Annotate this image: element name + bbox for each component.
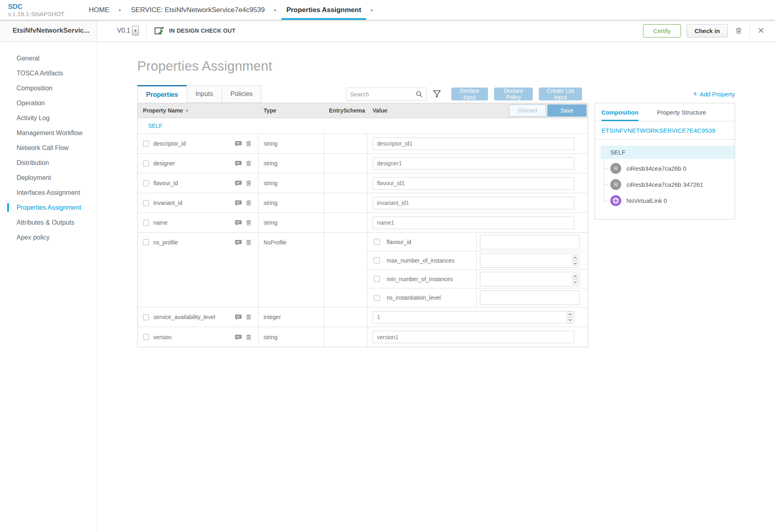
spinner-up-icon[interactable]: [567, 312, 573, 317]
row-checkbox[interactable]: [143, 141, 149, 147]
search-icon[interactable]: [416, 91, 423, 98]
version-dropdown-button[interactable]: ▾: [132, 26, 139, 35]
tab-inputs[interactable]: Inputs: [187, 85, 222, 103]
discard-button[interactable]: Discard: [509, 104, 546, 117]
sidebar-item-distribution[interactable]: Distribution: [0, 155, 97, 170]
property-name[interactable]: name: [153, 219, 168, 226]
filter-icon[interactable]: [433, 90, 441, 98]
row-checkbox[interactable]: [143, 334, 149, 340]
sub-row-checkbox[interactable]: [374, 257, 380, 263]
sidebar-item-network-call-flow[interactable]: Network Call Flow: [0, 140, 97, 155]
delete-icon[interactable]: [735, 27, 742, 34]
sidebar-item-interfaces-assignment[interactable]: Interfaces Assignment: [0, 185, 97, 200]
service-instance-link[interactable]: ETSINFVNETWORKSERVICE7E4C9539: [601, 127, 715, 134]
column-header-type[interactable]: Type: [259, 103, 324, 118]
row-checkbox[interactable]: [143, 161, 149, 167]
sidebar-item-deployment[interactable]: Deployment: [0, 170, 97, 185]
tree-item-self[interactable]: SELF: [601, 146, 735, 159]
delete-property-icon[interactable]: [245, 180, 252, 186]
sidebar-item-tosca-artifacts[interactable]: TOSCA Artifacts: [0, 66, 97, 81]
row-checkbox[interactable]: [143, 314, 149, 320]
property-name[interactable]: invariant_id: [153, 200, 182, 206]
spinner-up-icon[interactable]: [572, 255, 578, 260]
tab-properties[interactable]: Properties: [137, 85, 187, 103]
row-checkbox[interactable]: [143, 220, 149, 226]
sub-row-checkbox[interactable]: [374, 295, 380, 301]
annotation-icon[interactable]: [235, 219, 242, 226]
sidebar-item-general[interactable]: General: [0, 51, 97, 66]
tree-item-virtual-link[interactable]: NsVirtualLink 0: [595, 194, 735, 207]
declare-input-button[interactable]: Declare Input: [451, 88, 488, 100]
spinner-up-icon[interactable]: [572, 273, 578, 279]
sub-property-row: ns_instantiation_level: [367, 288, 588, 307]
search-input[interactable]: [350, 91, 416, 98]
spinner-down-icon[interactable]: [572, 279, 578, 284]
property-name[interactable]: ns_profile: [153, 239, 178, 246]
annotation-icon[interactable]: [235, 239, 242, 246]
column-header-label: Property Name: [143, 107, 183, 114]
property-name[interactable]: version: [153, 334, 172, 340]
table-row-complex: ns_profile NsProfile: [138, 233, 588, 307]
tab-property-structure[interactable]: Property Structure: [657, 103, 706, 121]
row-checkbox[interactable]: [143, 239, 149, 245]
annotation-icon[interactable]: [235, 314, 242, 320]
sub-property-value-input[interactable]: [480, 235, 580, 249]
tab-policies[interactable]: Policies: [222, 85, 262, 103]
property-name[interactable]: descriptor_id: [153, 140, 186, 147]
sub-property-value-input[interactable]: [480, 272, 580, 286]
save-button[interactable]: Save: [547, 104, 586, 117]
declare-policy-button[interactable]: Declare Policy: [494, 88, 533, 100]
spinner-down-icon[interactable]: [567, 317, 573, 323]
sidebar-item-properties-assignment[interactable]: Properties Assignment: [0, 200, 97, 215]
add-property-button[interactable]: + Add Property: [595, 85, 735, 103]
certify-button[interactable]: Certify: [643, 24, 681, 38]
tab-composition[interactable]: Composition: [601, 103, 639, 121]
spinner-down-icon[interactable]: [572, 261, 578, 266]
property-value-input[interactable]: [373, 177, 574, 190]
sub-property-value-input[interactable]: [480, 290, 580, 305]
sub-row-checkbox[interactable]: [374, 276, 380, 282]
sidebar-item-composition[interactable]: Composition: [0, 81, 97, 96]
delete-property-icon[interactable]: [245, 334, 252, 340]
property-value-input[interactable]: [373, 157, 574, 170]
sidebar-item-attributes-outputs[interactable]: Attributes & Outputs: [0, 215, 97, 230]
sidebar-item-apex-policy[interactable]: Apex policy: [0, 230, 97, 245]
delete-property-icon[interactable]: [245, 200, 252, 206]
property-value-input[interactable]: [373, 197, 574, 209]
column-header-property-name[interactable]: Property Name ▾: [138, 103, 259, 118]
annotation-icon[interactable]: [235, 334, 242, 340]
property-value-input[interactable]: [373, 311, 574, 323]
property-value-input[interactable]: [373, 138, 574, 150]
annotation-icon[interactable]: [235, 180, 242, 186]
delete-property-icon[interactable]: [245, 239, 252, 246]
annotation-icon[interactable]: [235, 200, 242, 206]
close-icon[interactable]: ✕: [757, 26, 765, 35]
property-value-input[interactable]: [373, 331, 574, 343]
row-checkbox[interactable]: [143, 180, 149, 186]
create-list-input-button[interactable]: Create List Input: [539, 88, 582, 100]
delete-property-icon[interactable]: [245, 219, 252, 226]
row-checkbox[interactable]: [143, 200, 149, 206]
breadcrumb-service[interactable]: SERVICE: EtsiNfvNetworkService7e4c9539: [126, 0, 270, 20]
sidebar-item-management-workflow[interactable]: Management Workflow: [0, 125, 97, 140]
delete-property-icon[interactable]: [245, 160, 252, 167]
sub-row-checkbox[interactable]: [374, 239, 380, 245]
sidebar-item-activity-log[interactable]: Activity Log: [0, 111, 97, 125]
breadcrumb-properties-assignment[interactable]: Properties Assignment: [281, 0, 366, 20]
property-name[interactable]: flavour_id: [153, 180, 178, 186]
tree-item-resource[interactable]: R ciResb34cea7ca26b 0: [595, 162, 735, 175]
property-name[interactable]: designer: [153, 160, 175, 167]
annotation-icon[interactable]: [235, 140, 242, 147]
annotation-icon[interactable]: [235, 160, 242, 167]
sub-property-value-input[interactable]: [480, 253, 580, 268]
column-header-entry-schema[interactable]: EntrySchema: [324, 103, 367, 118]
breadcrumb-home[interactable]: HOME: [84, 0, 114, 20]
delete-property-icon[interactable]: [245, 314, 252, 320]
self-group-link[interactable]: SELF: [148, 123, 162, 129]
property-name[interactable]: service_availability_level: [153, 314, 215, 320]
property-value-input[interactable]: [373, 217, 574, 229]
sidebar-item-operation[interactable]: Operation: [0, 96, 97, 111]
delete-property-icon[interactable]: [245, 140, 252, 147]
check-in-button[interactable]: Check in: [687, 24, 728, 38]
tree-item-resource[interactable]: R ciResb34cea7ca26b 347261: [595, 178, 735, 191]
